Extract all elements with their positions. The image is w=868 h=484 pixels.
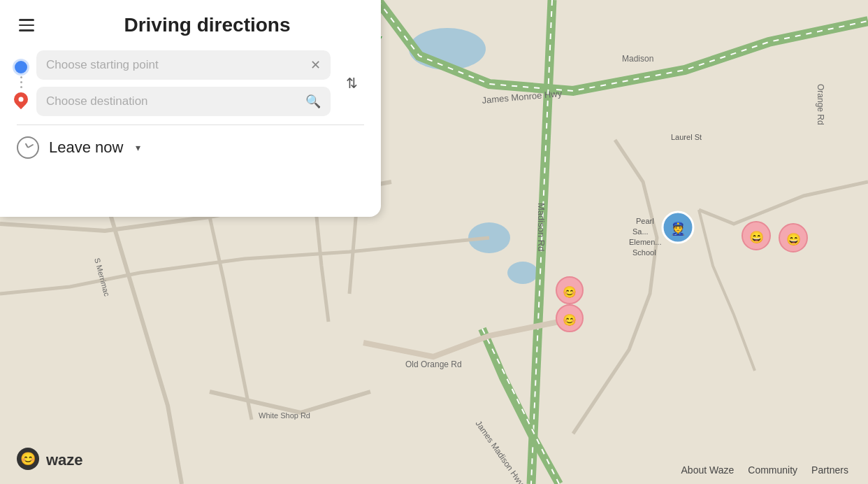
hamburger-icon bbox=[19, 19, 34, 21]
svg-text:😄: 😄 bbox=[749, 230, 765, 245]
destination-input-row: 🔍 bbox=[36, 87, 331, 116]
menu-button[interactable] bbox=[14, 13, 39, 38]
swap-directions-button[interactable]: ⇅ bbox=[339, 71, 364, 96]
svg-text:Elemen...: Elemen... bbox=[629, 238, 661, 246]
svg-text:Orange Rd: Orange Rd bbox=[816, 84, 825, 125]
svg-text:Madison: Madison bbox=[622, 54, 653, 64]
partners-link[interactable]: Partners bbox=[811, 464, 848, 476]
sidebar-panel: Driving directions ✕ 🔍 ⇅ bbox=[0, 0, 381, 217]
svg-text:White Shop Rd: White Shop Rd bbox=[259, 411, 310, 420]
fields-stack: ✕ 🔍 bbox=[36, 50, 331, 116]
divider bbox=[17, 124, 364, 125]
leave-now-dropdown-arrow[interactable]: ▾ bbox=[136, 142, 140, 153]
sidebar-header: Driving directions bbox=[0, 0, 381, 45]
search-icon[interactable]: 🔍 bbox=[305, 94, 321, 109]
svg-text:Madison Rd: Madison Rd bbox=[536, 203, 547, 251]
waypoint-icons bbox=[14, 61, 28, 106]
hamburger-icon bbox=[19, 24, 34, 27]
svg-text:Pearl: Pearl bbox=[636, 217, 654, 225]
community-link[interactable]: Community bbox=[748, 464, 797, 476]
origin-dot bbox=[15, 61, 27, 73]
svg-point-3 bbox=[507, 262, 538, 284]
svg-text:Laurel St: Laurel St bbox=[671, 133, 702, 141]
destination-dot bbox=[11, 89, 31, 108]
svg-text:😊: 😊 bbox=[563, 313, 577, 327]
svg-text:Old Orange Rd: Old Orange Rd bbox=[405, 360, 462, 369]
clock-icon bbox=[17, 136, 39, 159]
route-dot-2 bbox=[20, 81, 22, 83]
waze-text: waze bbox=[46, 451, 83, 469]
svg-text:School: School bbox=[632, 248, 656, 257]
leave-now-row: Leave now ▾ bbox=[0, 128, 381, 167]
start-input-row: ✕ bbox=[36, 50, 331, 80]
page-title: Driving directions bbox=[50, 14, 364, 36]
destination-input[interactable] bbox=[46, 94, 300, 108]
clear-start-icon[interactable]: ✕ bbox=[310, 57, 321, 73]
svg-text:Sa...: Sa... bbox=[632, 227, 649, 236]
leave-now-label: Leave now bbox=[49, 138, 123, 157]
route-dot-1 bbox=[20, 76, 22, 78]
hamburger-icon bbox=[19, 29, 34, 31]
svg-text:😊: 😊 bbox=[20, 451, 36, 467]
waze-logo[interactable]: 😊 waze bbox=[14, 446, 83, 474]
svg-text:😄: 😄 bbox=[786, 232, 802, 247]
inputs-area: ✕ 🔍 ⇅ bbox=[0, 45, 381, 122]
bottom-bar: About Waze Community Partners bbox=[0, 456, 868, 484]
waze-icon: 😊 bbox=[14, 446, 42, 474]
clock-minute-hand bbox=[28, 144, 34, 148]
route-dot-3 bbox=[20, 86, 22, 88]
about-waze-link[interactable]: About Waze bbox=[681, 464, 735, 476]
svg-text:👮: 👮 bbox=[670, 221, 686, 236]
start-input[interactable] bbox=[46, 58, 305, 72]
svg-text:😊: 😊 bbox=[563, 285, 577, 299]
